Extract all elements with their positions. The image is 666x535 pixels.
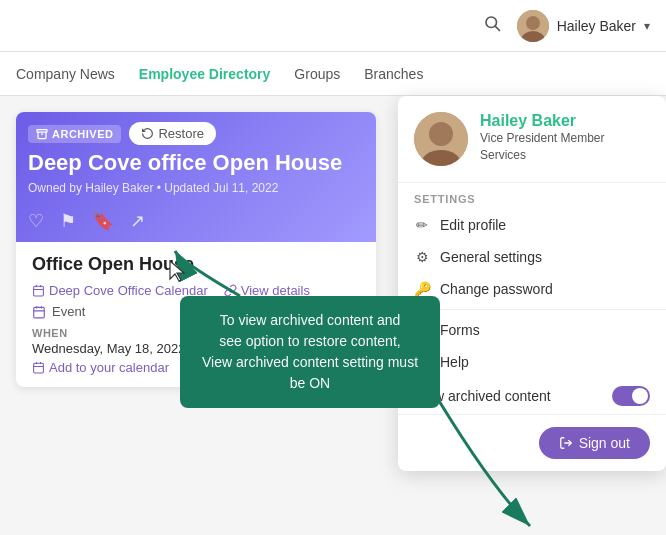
settings-section-label: SETTINGS — [398, 183, 666, 209]
nav-item-company-news[interactable]: Company News — [16, 62, 115, 86]
general-settings-label: General settings — [440, 249, 542, 265]
forms-label: Forms — [440, 322, 480, 338]
dropdown-panel: Hailey Baker Vice President Member Servi… — [398, 96, 666, 471]
dropdown-user-info: Hailey Baker Vice President Member Servi… — [480, 112, 605, 164]
svg-rect-5 — [37, 129, 47, 132]
flag-icon[interactable]: ⚑ — [60, 210, 76, 232]
svg-line-1 — [495, 26, 499, 30]
search-icon[interactable] — [483, 14, 501, 37]
svg-point-20 — [429, 122, 453, 146]
card-body-title: Office Open House — [32, 254, 360, 275]
nav-item-employee-directory[interactable]: Employee Directory — [139, 62, 271, 86]
archived-badge: ARCHIVED — [28, 125, 121, 143]
card-subtitle: Owned by Hailey Baker • Updated Jul 11, … — [28, 181, 342, 195]
tooltip-box: To view archived content and see option … — [180, 296, 440, 408]
svg-rect-15 — [34, 363, 44, 373]
help-label: Help — [440, 354, 469, 370]
change-password-label: Change password — [440, 281, 553, 297]
menu-item-general-settings[interactable]: ⚙ General settings — [398, 241, 666, 273]
header: Hailey Baker ▾ — [0, 0, 666, 52]
avatar — [517, 10, 549, 42]
sign-out-button[interactable]: Sign out — [539, 427, 650, 459]
main-content: ARCHIVED Restore Deep Cove office Open H… — [0, 96, 666, 403]
dropdown-user-name: Hailey Baker — [480, 112, 605, 130]
archived-bar: ARCHIVED Restore — [28, 122, 216, 145]
card-banner: ARCHIVED Restore Deep Cove office Open H… — [16, 112, 376, 242]
nav-item-branches[interactable]: Branches — [364, 62, 423, 86]
nav-item-groups[interactable]: Groups — [294, 62, 340, 86]
header-right: Hailey Baker ▾ — [483, 10, 650, 42]
edit-icon: ✏ — [414, 217, 430, 233]
avatar-large — [414, 112, 468, 166]
svg-rect-7 — [34, 286, 44, 296]
edit-profile-label: Edit profile — [440, 217, 506, 233]
svg-point-3 — [526, 16, 540, 30]
dropdown-user-header: Hailey Baker Vice President Member Servi… — [398, 96, 666, 183]
dropdown-user-title: Vice President Member Services — [480, 130, 605, 164]
card-title-area: Deep Cove office Open House Owned by Hai… — [28, 150, 342, 204]
nav-bar: Company News Employee Directory Groups B… — [0, 52, 666, 96]
bookmark-icon[interactable]: 🔖 — [92, 210, 114, 232]
card-actions: ♡ ⚑ 🔖 ↗ — [28, 210, 145, 232]
view-archived-toggle[interactable] — [612, 386, 650, 406]
gear-icon: ⚙ — [414, 249, 430, 265]
svg-rect-11 — [34, 307, 45, 318]
calendar-link[interactable]: Deep Cove Office Calendar — [32, 283, 208, 298]
sign-out-area: Sign out — [398, 414, 666, 471]
menu-item-edit-profile[interactable]: ✏ Edit profile — [398, 209, 666, 241]
tooltip-text: To view archived content and see option … — [202, 312, 418, 391]
card-main-title: Deep Cove office Open House — [28, 150, 342, 176]
chevron-down-icon: ▾ — [644, 19, 650, 33]
restore-button[interactable]: Restore — [129, 122, 216, 145]
share-icon[interactable]: ↗ — [130, 210, 145, 232]
user-menu-trigger[interactable]: Hailey Baker ▾ — [517, 10, 650, 42]
header-user-name: Hailey Baker — [557, 18, 636, 34]
like-icon[interactable]: ♡ — [28, 210, 44, 232]
key-icon: 🔑 — [414, 281, 430, 297]
